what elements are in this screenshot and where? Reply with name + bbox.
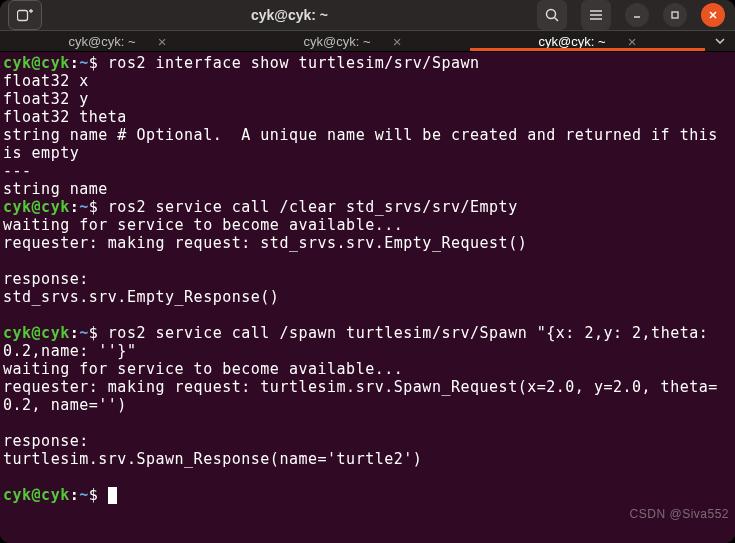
output-line: requester: making request: std_srvs.srv.… [3,234,527,252]
output-line: string name # Optional. A unique name wi… [3,126,727,162]
new-tab-icon [17,8,33,22]
prompt-user: cyk@cyk [3,198,70,216]
prompt-colon: : [70,486,80,504]
cmd-text: ros2 service call /spawn turtlesim/srv/S… [3,324,718,360]
prompt-colon: : [70,198,80,216]
output-line: response: [3,270,89,288]
new-tab-button[interactable] [8,0,42,30]
output-line: float32 theta [3,108,127,126]
menu-button[interactable] [581,0,611,30]
svg-line-4 [555,18,559,22]
output-line: float32 y [3,90,89,108]
prompt-path: ~ [79,324,89,342]
prompt-path: ~ [79,198,89,216]
prompt-user: cyk@cyk [3,324,70,342]
search-icon [545,8,559,22]
prompt-symbol: $ [89,198,108,216]
terminal-window: cyk@cyk: ~ cyk@cyk: ~× cyk@cyk: ~× cyk@c… [0,0,735,543]
titlebar: cyk@cyk: ~ [0,0,735,31]
tabs-dropdown[interactable] [705,31,735,51]
output-line: waiting for service to become available.… [3,216,403,234]
cursor [108,487,117,504]
tab-label: cyk@cyk: ~ [304,34,371,49]
window-title: cyk@cyk: ~ [42,7,537,23]
output-line: std_srvs.srv.Empty_Response() [3,288,279,306]
svg-point-3 [547,10,556,19]
minimize-icon [632,10,642,20]
prompt-symbol: $ [89,486,108,504]
cmd-text: ros2 interface show turtlesim/srv/Spawn [108,54,480,72]
prompt-user: cyk@cyk [3,54,70,72]
maximize-button[interactable] [663,3,687,27]
terminal-body[interactable]: cyk@cyk:~$ ros2 interface show turtlesim… [0,52,735,543]
output-line: float32 x [3,72,89,90]
tab-2[interactable]: cyk@cyk: ~× [235,31,470,51]
tab-bar: cyk@cyk: ~× cyk@cyk: ~× cyk@cyk: ~× [0,31,735,52]
svg-rect-0 [18,11,28,21]
prompt-colon: : [70,54,80,72]
output-line: string name [3,180,108,198]
svg-rect-9 [672,12,678,18]
chevron-down-icon [715,38,725,44]
output-line: requester: making request: turtlesim.srv… [3,378,718,414]
close-icon [708,10,718,20]
minimize-button[interactable] [625,3,649,27]
prompt-symbol: $ [89,324,108,342]
watermark: CSDN @Siva552 [630,505,729,523]
search-button[interactable] [537,0,567,30]
tab-label: cyk@cyk: ~ [69,34,136,49]
tab-3[interactable]: cyk@cyk: ~× [470,31,705,51]
output-line: waiting for service to become available.… [3,360,403,378]
prompt-colon: : [70,324,80,342]
tab-close-icon[interactable]: × [393,33,402,50]
prompt-path: ~ [79,486,89,504]
maximize-icon [670,10,680,20]
close-button[interactable] [701,3,725,27]
output-line: response: [3,432,89,450]
cmd-text: ros2 service call /clear std_srvs/srv/Em… [108,198,518,216]
tab-close-icon[interactable]: × [628,33,637,50]
tab-close-icon[interactable]: × [158,33,167,50]
output-line: --- [3,162,32,180]
prompt-user: cyk@cyk [3,486,70,504]
hamburger-icon [589,9,603,21]
prompt-path: ~ [79,54,89,72]
output-line: turtlesim.srv.Spawn_Response(name='turtl… [3,450,422,468]
tab-label: cyk@cyk: ~ [539,34,606,49]
tab-1[interactable]: cyk@cyk: ~× [0,31,235,51]
prompt-symbol: $ [89,54,108,72]
